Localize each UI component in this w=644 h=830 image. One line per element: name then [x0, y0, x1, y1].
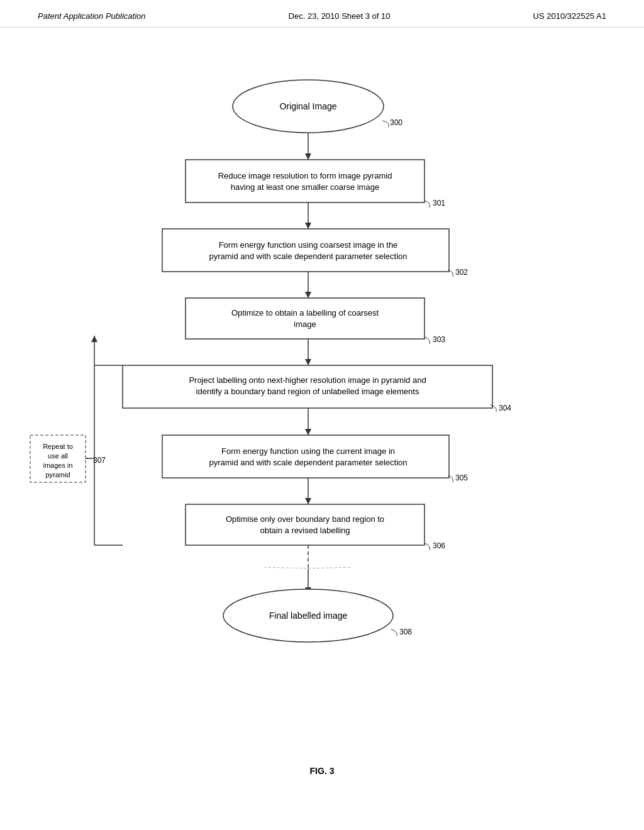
svg-text:images in: images in [43, 462, 72, 469]
svg-marker-10 [305, 223, 311, 229]
svg-text:use all: use all [48, 452, 68, 460]
svg-text:301: 301 [433, 199, 445, 208]
svg-text:303: 303 [433, 335, 445, 344]
svg-text:307: 307 [93, 456, 106, 465]
svg-text:Repeat to: Repeat to [43, 443, 73, 450]
svg-text:pyramid and with scale depende: pyramid and with scale dependent paramet… [209, 458, 407, 467]
svg-text:Original Image: Original Image [279, 101, 336, 111]
svg-text:pyramid and with scale depende: pyramid and with scale dependent paramet… [209, 252, 407, 261]
svg-text:Form energy function using coa: Form energy function using coarsest imag… [219, 240, 398, 250]
svg-text:obtain a revised labelling: obtain a revised labelling [260, 526, 350, 535]
header-center: Dec. 23, 2010 Sheet 3 of 10 [289, 11, 391, 21]
fig-caption: FIG. 3 [0, 766, 644, 776]
svg-text:Project labelling onto next-hi: Project labelling onto next-higher resol… [189, 375, 426, 385]
svg-rect-17 [186, 298, 425, 339]
svg-marker-22 [305, 359, 311, 365]
page-header: Patent Application Publication Dec. 23, … [0, 0, 644, 28]
flowchart-svg: Original Image 300 Reduce image resoluti… [0, 28, 644, 795]
svg-text:Reduce image resolution to for: Reduce image resolution to form image py… [218, 171, 392, 180]
svg-text:Final labelled image: Final labelled image [269, 611, 348, 621]
svg-text:305: 305 [455, 473, 468, 482]
svg-marker-41 [305, 587, 311, 594]
svg-point-44 [223, 589, 393, 642]
svg-line-42 [264, 567, 308, 568]
svg-marker-34 [305, 498, 311, 504]
svg-marker-51 [91, 336, 97, 342]
svg-text:Form energy function using the: Form energy function using the current i… [221, 446, 395, 456]
header-right: US 2010/322525 A1 [533, 11, 606, 21]
svg-marker-28 [305, 429, 311, 435]
diagram-area: Original Image 300 Reduce image resoluti… [0, 28, 644, 795]
svg-rect-52 [30, 435, 86, 482]
svg-text:308: 308 [399, 628, 412, 636]
svg-text:identify a boundary band regio: identify a boundary band region of unlab… [196, 387, 419, 396]
svg-marker-4 [305, 153, 311, 160]
svg-rect-5 [186, 160, 425, 202]
svg-text:302: 302 [455, 268, 468, 277]
svg-marker-16 [305, 292, 311, 298]
svg-point-0 [233, 80, 384, 133]
svg-rect-29 [162, 435, 449, 478]
svg-text:300: 300 [390, 118, 402, 127]
svg-text:Optimise only over boundary ba: Optimise only over boundary band region … [226, 514, 384, 524]
svg-text:306: 306 [433, 541, 445, 550]
svg-text:pyramid: pyramid [45, 471, 70, 479]
svg-rect-11 [162, 229, 449, 272]
svg-line-43 [308, 567, 352, 568]
svg-text:image: image [294, 319, 316, 329]
header-left: Patent Application Publication [38, 11, 146, 21]
svg-text:Optimize to obtain a labelling: Optimize to obtain a labelling of coarse… [231, 308, 379, 318]
svg-rect-23 [123, 365, 492, 408]
svg-text:304: 304 [499, 404, 511, 412]
svg-text:having at least one smaller co: having at least one smaller coarse image [231, 182, 379, 192]
svg-rect-35 [186, 504, 425, 545]
